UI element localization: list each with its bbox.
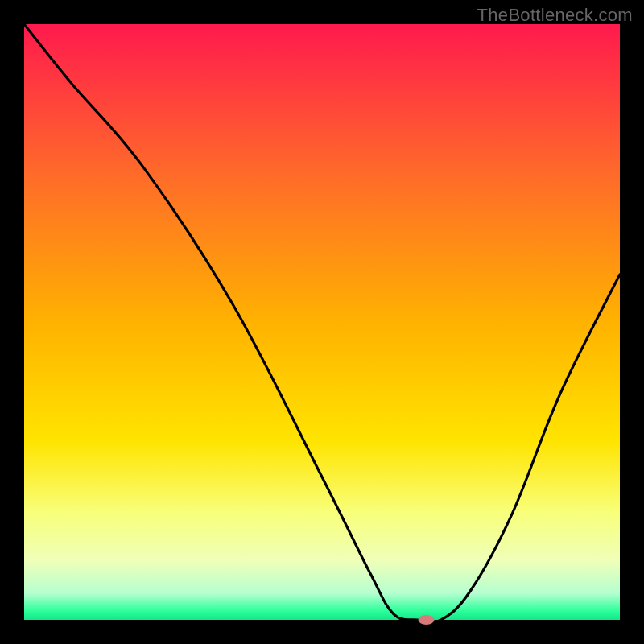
- watermark-text: TheBottleneck.com: [477, 5, 633, 26]
- chart-svg: [0, 0, 644, 644]
- plot-background: [24, 24, 620, 620]
- chart-container: { "watermark": "TheBottleneck.com", "cha…: [0, 0, 644, 644]
- optimum-marker: [419, 615, 435, 625]
